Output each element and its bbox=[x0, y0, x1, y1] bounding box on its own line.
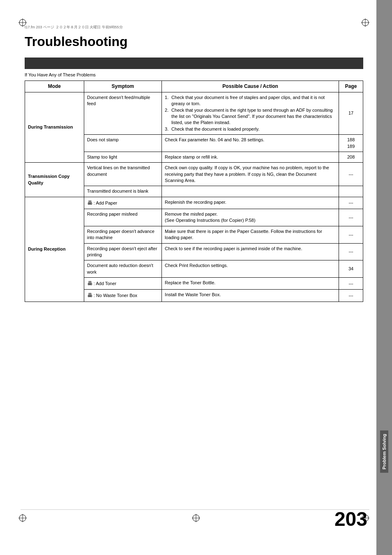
col-cause: Possible Cause / Action bbox=[162, 81, 339, 92]
cause-no-eject: Check to see if the recording paper is j… bbox=[162, 243, 339, 260]
cause-stamp-light: Replace stamp or refill ink. bbox=[162, 152, 339, 162]
reg-mark-bottom-center bbox=[192, 514, 200, 522]
symptom-no-reduction: Document auto reduction doesn't work bbox=[84, 260, 161, 278]
page-add-toner: --- bbox=[339, 278, 363, 290]
sidebar-tab-label: Problem Solving bbox=[380, 431, 388, 473]
col-symptom: Symptom bbox=[84, 81, 161, 92]
file-info: t17.fm 203 ページ ２０２年８月２０日 火曜日 午前9時55分 bbox=[25, 25, 363, 30]
cause-misfeed: Remove the misfed paper.(See Operating I… bbox=[162, 209, 339, 226]
mode-during-reception: During Reception bbox=[25, 197, 84, 302]
cause-no-waste-toner: Install the Waste Toner Box. bbox=[162, 290, 339, 302]
mode-during-transmission: During Transmission bbox=[25, 92, 84, 163]
page-wrapper: Problem Solving t17.fm 203 ページ ２０２年８月２０日… bbox=[0, 0, 392, 555]
trouble-table: Mode Symptom Possible Cause / Action Pag… bbox=[25, 81, 363, 302]
page-title: Troubleshooting bbox=[25, 34, 363, 49]
page-stamp-light: 208 bbox=[339, 152, 363, 162]
cause-no-reduction: Check Print Reduction settings. bbox=[162, 260, 339, 278]
reg-mark-top-left bbox=[18, 18, 27, 27]
page-no-eject: --- bbox=[339, 243, 363, 260]
page-add-paper: --- bbox=[339, 197, 363, 209]
add-toner-icon: 🖶 bbox=[87, 280, 92, 286]
page-stamp: 188189 bbox=[339, 135, 363, 152]
symptom-add-toner: 🖶 : Add Toner bbox=[84, 278, 161, 290]
col-page: Page bbox=[339, 81, 363, 92]
page-no-waste-toner: --- bbox=[339, 290, 363, 302]
subtitle: If You Have Any of These Problems bbox=[25, 72, 363, 77]
page-blank-doc bbox=[339, 186, 363, 197]
table-row: During Transmission Document doesn't fee… bbox=[25, 92, 363, 134]
symptom-misfeed: Recording paper misfeed bbox=[84, 209, 161, 226]
cause-add-toner: Replace the Toner Bottle. bbox=[162, 278, 339, 290]
no-waste-toner-icon: 🖶 bbox=[87, 292, 92, 298]
reg-mark-bottom-left bbox=[18, 514, 27, 522]
table-row: During Reception 🖶 : Add Paper Replenish… bbox=[25, 197, 363, 209]
page-misfeed: --- bbox=[339, 209, 363, 226]
symptom-stamp: Does not stamp bbox=[84, 135, 161, 152]
add-paper-icon: 🖶 bbox=[87, 200, 92, 206]
cause-feed: 1.Check that your document is free of st… bbox=[162, 92, 339, 134]
section-header-bar bbox=[25, 58, 363, 69]
symptom-vertical-lines: Vertical lines on the transmitted docume… bbox=[84, 163, 161, 186]
reg-mark-top-right bbox=[361, 18, 369, 27]
table-header-row: Mode Symptom Possible Cause / Action Pag… bbox=[25, 81, 363, 92]
cause-stamp: Check Fax parameter No. 04 and No. 28 se… bbox=[162, 135, 339, 152]
col-mode: Mode bbox=[25, 81, 84, 92]
bottom-divider bbox=[21, 509, 369, 510]
page-feed: 17 bbox=[339, 92, 363, 134]
main-content: t17.fm 203 ページ ２０２年８月２０日 火曜日 午前9時55分 Tro… bbox=[25, 0, 371, 302]
cause-vertical-lines: Check own copy quality. If copy is OK, y… bbox=[162, 163, 339, 186]
cause-add-paper: Replenish the recording paper. bbox=[162, 197, 339, 209]
page-vertical-lines: --- bbox=[339, 163, 363, 186]
symptom-feed: Document doesn't feed/multiple feed bbox=[84, 92, 161, 134]
cause-no-advance: Make sure that there is paper in the Pap… bbox=[162, 226, 339, 243]
symptom-no-waste-toner: 🖶 : No Waste Toner Box bbox=[84, 290, 161, 302]
cause-blank-doc bbox=[162, 186, 339, 197]
page-no-reduction: 34 bbox=[339, 260, 363, 278]
symptom-stamp-light: Stamp too light bbox=[84, 152, 161, 162]
page-number: 203 bbox=[334, 508, 367, 530]
sidebar-tab: Problem Solving bbox=[376, 0, 392, 555]
mode-tx-copy-quality: Transmission Copy Quality bbox=[25, 163, 84, 197]
symptom-add-paper: 🖶 : Add Paper bbox=[84, 197, 161, 209]
symptom-no-advance: Recording paper doesn't advance into mac… bbox=[84, 226, 161, 243]
page-no-advance: --- bbox=[339, 226, 363, 243]
symptom-no-eject: Recording paper doesn't eject after prin… bbox=[84, 243, 161, 260]
table-row: Transmission Copy Quality Vertical lines… bbox=[25, 163, 363, 186]
symptom-blank-doc: Transmitted document is blank bbox=[84, 186, 161, 197]
